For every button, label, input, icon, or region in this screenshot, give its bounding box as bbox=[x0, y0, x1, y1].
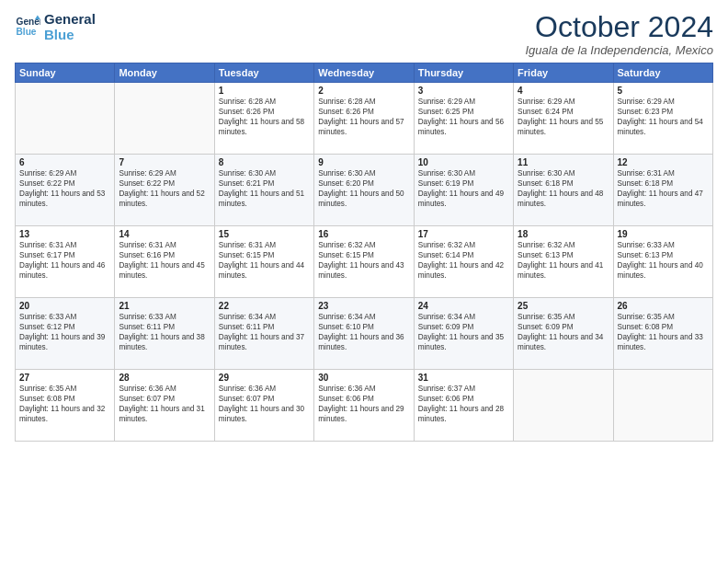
day-info: Sunrise: 6:35 AMSunset: 6:08 PMDaylight:… bbox=[618, 312, 709, 352]
day-number: 14 bbox=[119, 229, 210, 239]
day-number: 11 bbox=[518, 157, 609, 167]
day-info: Sunrise: 6:28 AMSunset: 6:26 PMDaylight:… bbox=[318, 97, 409, 137]
day-info: Sunrise: 6:33 AMSunset: 6:11 PMDaylight:… bbox=[119, 312, 210, 352]
calendar-cell: 2Sunrise: 6:28 AMSunset: 6:26 PMDaylight… bbox=[314, 83, 414, 155]
calendar-cell: 18Sunrise: 6:32 AMSunset: 6:13 PMDayligh… bbox=[514, 226, 613, 298]
calendar-cell: 27Sunrise: 6:35 AMSunset: 6:08 PMDayligh… bbox=[16, 370, 115, 442]
day-number: 31 bbox=[418, 373, 509, 383]
day-number: 5 bbox=[618, 86, 709, 96]
calendar-cell: 17Sunrise: 6:32 AMSunset: 6:14 PMDayligh… bbox=[414, 226, 513, 298]
calendar-cell: 7Sunrise: 6:29 AMSunset: 6:22 PMDaylight… bbox=[115, 155, 214, 226]
day-number: 21 bbox=[119, 301, 210, 311]
day-info: Sunrise: 6:31 AMSunset: 6:15 PMDaylight:… bbox=[219, 240, 310, 281]
day-number: 7 bbox=[119, 157, 210, 167]
day-info: Sunrise: 6:35 AMSunset: 6:09 PMDaylight:… bbox=[518, 312, 609, 352]
day-info: Sunrise: 6:32 AMSunset: 6:15 PMDaylight:… bbox=[318, 240, 409, 281]
calendar-cell: 14Sunrise: 6:31 AMSunset: 6:16 PMDayligh… bbox=[115, 226, 214, 298]
calendar-cell: 24Sunrise: 6:34 AMSunset: 6:09 PMDayligh… bbox=[414, 298, 513, 370]
day-info: Sunrise: 6:33 AMSunset: 6:12 PMDaylight:… bbox=[19, 312, 110, 352]
calendar-cell: 9Sunrise: 6:30 AMSunset: 6:20 PMDaylight… bbox=[314, 155, 414, 226]
calendar-cell bbox=[16, 83, 115, 155]
calendar-cell: 6Sunrise: 6:29 AMSunset: 6:22 PMDaylight… bbox=[16, 155, 115, 226]
weekday-header-sunday: Sunday bbox=[16, 63, 115, 83]
day-info: Sunrise: 6:32 AMSunset: 6:13 PMDaylight:… bbox=[518, 240, 609, 281]
logo: General Blue General Blue bbox=[15, 11, 96, 43]
day-number: 25 bbox=[518, 301, 609, 311]
day-info: Sunrise: 6:33 AMSunset: 6:13 PMDaylight:… bbox=[618, 240, 709, 281]
calendar-week-5: 27Sunrise: 6:35 AMSunset: 6:08 PMDayligh… bbox=[16, 370, 713, 442]
calendar-cell: 25Sunrise: 6:35 AMSunset: 6:09 PMDayligh… bbox=[514, 298, 613, 370]
calendar-cell: 10Sunrise: 6:30 AMSunset: 6:19 PMDayligh… bbox=[414, 155, 513, 226]
weekday-header-thursday: Thursday bbox=[414, 63, 513, 83]
location: Iguala de la Independencia, Mexico bbox=[525, 43, 713, 57]
day-info: Sunrise: 6:36 AMSunset: 6:07 PMDaylight:… bbox=[219, 384, 310, 424]
day-number: 2 bbox=[318, 86, 409, 96]
calendar-week-1: 1Sunrise: 6:28 AMSunset: 6:26 PMDaylight… bbox=[16, 83, 713, 155]
day-info: Sunrise: 6:36 AMSunset: 6:07 PMDaylight:… bbox=[119, 384, 210, 424]
calendar-cell: 12Sunrise: 6:31 AMSunset: 6:18 PMDayligh… bbox=[613, 155, 712, 226]
month-title: October 2024 bbox=[525, 11, 713, 43]
day-info: Sunrise: 6:34 AMSunset: 6:11 PMDaylight:… bbox=[219, 312, 310, 352]
calendar-cell: 11Sunrise: 6:30 AMSunset: 6:18 PMDayligh… bbox=[514, 155, 613, 226]
title-block: October 2024 Iguala de la Independencia,… bbox=[525, 11, 713, 57]
day-number: 13 bbox=[19, 229, 110, 239]
day-number: 18 bbox=[518, 229, 609, 239]
day-info: Sunrise: 6:31 AMSunset: 6:16 PMDaylight:… bbox=[119, 240, 210, 281]
weekday-header-wednesday: Wednesday bbox=[314, 63, 414, 83]
calendar-cell: 13Sunrise: 6:31 AMSunset: 6:17 PMDayligh… bbox=[16, 226, 115, 298]
calendar-cell bbox=[613, 370, 712, 442]
day-number: 24 bbox=[418, 301, 509, 311]
weekday-header-tuesday: Tuesday bbox=[214, 63, 313, 83]
day-number: 9 bbox=[318, 157, 409, 167]
day-number: 20 bbox=[19, 301, 110, 311]
day-info: Sunrise: 6:35 AMSunset: 6:08 PMDaylight:… bbox=[19, 384, 110, 424]
day-number: 6 bbox=[19, 157, 110, 167]
calendar-cell: 19Sunrise: 6:33 AMSunset: 6:13 PMDayligh… bbox=[613, 226, 712, 298]
day-info: Sunrise: 6:30 AMSunset: 6:19 PMDaylight:… bbox=[418, 168, 509, 209]
calendar-header-row: SundayMondayTuesdayWednesdayThursdayFrid… bbox=[16, 63, 713, 83]
calendar-cell: 31Sunrise: 6:37 AMSunset: 6:06 PMDayligh… bbox=[414, 370, 513, 442]
day-info: Sunrise: 6:29 AMSunset: 6:22 PMDaylight:… bbox=[119, 168, 210, 209]
day-number: 30 bbox=[318, 373, 409, 383]
calendar-cell: 28Sunrise: 6:36 AMSunset: 6:07 PMDayligh… bbox=[115, 370, 214, 442]
day-number: 15 bbox=[219, 229, 310, 239]
calendar-cell: 16Sunrise: 6:32 AMSunset: 6:15 PMDayligh… bbox=[314, 226, 414, 298]
logo-blue: Blue bbox=[44, 27, 96, 42]
day-info: Sunrise: 6:29 AMSunset: 6:24 PMDaylight:… bbox=[518, 97, 609, 137]
calendar-week-3: 13Sunrise: 6:31 AMSunset: 6:17 PMDayligh… bbox=[16, 226, 713, 298]
day-number: 12 bbox=[618, 157, 709, 167]
day-info: Sunrise: 6:36 AMSunset: 6:06 PMDaylight:… bbox=[318, 384, 409, 424]
calendar-cell: 5Sunrise: 6:29 AMSunset: 6:23 PMDaylight… bbox=[613, 83, 712, 155]
day-info: Sunrise: 6:28 AMSunset: 6:26 PMDaylight:… bbox=[219, 97, 310, 137]
day-number: 8 bbox=[219, 157, 310, 167]
day-info: Sunrise: 6:29 AMSunset: 6:25 PMDaylight:… bbox=[418, 97, 509, 137]
day-info: Sunrise: 6:31 AMSunset: 6:18 PMDaylight:… bbox=[618, 168, 709, 209]
calendar-cell: 30Sunrise: 6:36 AMSunset: 6:06 PMDayligh… bbox=[314, 370, 414, 442]
day-info: Sunrise: 6:32 AMSunset: 6:14 PMDaylight:… bbox=[418, 240, 509, 281]
day-number: 29 bbox=[219, 373, 310, 383]
calendar-cell: 21Sunrise: 6:33 AMSunset: 6:11 PMDayligh… bbox=[115, 298, 214, 370]
calendar-cell bbox=[115, 83, 214, 155]
day-info: Sunrise: 6:30 AMSunset: 6:18 PMDaylight:… bbox=[518, 168, 609, 209]
svg-text:Blue: Blue bbox=[17, 28, 37, 38]
day-info: Sunrise: 6:34 AMSunset: 6:09 PMDaylight:… bbox=[418, 312, 509, 352]
day-info: Sunrise: 6:29 AMSunset: 6:23 PMDaylight:… bbox=[618, 97, 709, 137]
day-number: 27 bbox=[19, 373, 110, 383]
page-header: General Blue General Blue October 2024 I… bbox=[15, 11, 713, 57]
calendar-cell: 3Sunrise: 6:29 AMSunset: 6:25 PMDaylight… bbox=[414, 83, 513, 155]
calendar-cell: 8Sunrise: 6:30 AMSunset: 6:21 PMDaylight… bbox=[214, 155, 313, 226]
calendar-cell: 1Sunrise: 6:28 AMSunset: 6:26 PMDaylight… bbox=[214, 83, 313, 155]
day-number: 28 bbox=[119, 373, 210, 383]
day-info: Sunrise: 6:37 AMSunset: 6:06 PMDaylight:… bbox=[418, 384, 509, 424]
calendar-cell: 15Sunrise: 6:31 AMSunset: 6:15 PMDayligh… bbox=[214, 226, 313, 298]
day-number: 3 bbox=[418, 86, 509, 96]
day-number: 16 bbox=[318, 229, 409, 239]
day-info: Sunrise: 6:34 AMSunset: 6:10 PMDaylight:… bbox=[318, 312, 409, 352]
day-info: Sunrise: 6:30 AMSunset: 6:21 PMDaylight:… bbox=[219, 168, 310, 209]
calendar-cell: 29Sunrise: 6:36 AMSunset: 6:07 PMDayligh… bbox=[214, 370, 313, 442]
logo-general: General bbox=[44, 11, 96, 27]
day-number: 26 bbox=[618, 301, 709, 311]
weekday-header-friday: Friday bbox=[514, 63, 613, 83]
calendar-week-4: 20Sunrise: 6:33 AMSunset: 6:12 PMDayligh… bbox=[16, 298, 713, 370]
day-number: 10 bbox=[418, 157, 509, 167]
